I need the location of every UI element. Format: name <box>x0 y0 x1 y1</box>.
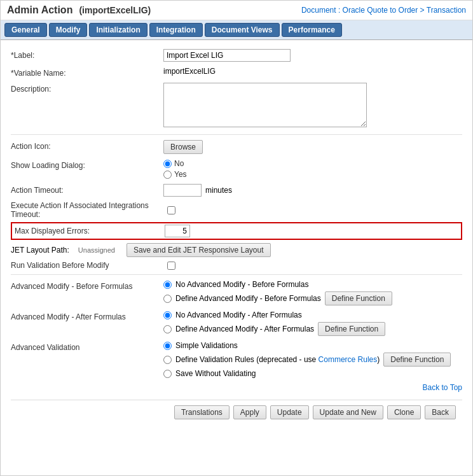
max-errors-input[interactable] <box>165 225 190 237</box>
adv-after-define-row: Define Advanced Modify - After Formulas … <box>163 322 462 336</box>
adv-modify-after-row: Advanced Modify - After Formulas No Adva… <box>11 308 462 339</box>
minutes-label: minutes <box>205 186 232 195</box>
adv-before-define-label: Define Advanced Modify - Before Formulas <box>175 294 321 303</box>
adv-before-define-button[interactable]: Define Function <box>325 291 392 305</box>
form-content: *Label: *Variable Name: importExcelLIG D… <box>1 40 472 431</box>
timeout-input[interactable] <box>163 184 202 197</box>
clone-button[interactable]: Clone <box>387 405 421 419</box>
adv-before-define-row: Define Advanced Modify - Before Formulas… <box>163 291 462 305</box>
apply-button[interactable]: Apply <box>233 405 266 419</box>
label-field-value <box>163 49 462 62</box>
run-validation-checkbox[interactable] <box>167 262 175 270</box>
adv-after-define-radio[interactable] <box>163 325 172 333</box>
label-row: *Label: <box>11 46 462 64</box>
jet-layout-button[interactable]: Save and Edit JET Responsive Layout <box>127 243 271 257</box>
page-title: Admin Action <box>7 4 72 16</box>
action-icon-row: Action Icon: Browse <box>11 137 462 157</box>
loading-no-label: No <box>174 159 184 168</box>
action-icon-label: Action Icon: <box>11 140 163 151</box>
show-loading-row: Show Loading Dialog: No Yes <box>11 157 462 181</box>
tab-bar: General Modify Initialization Integratio… <box>1 20 472 40</box>
adv-validation-label: Advanced Validation <box>11 341 163 352</box>
execute-action-row: Execute Action If Associated Integration… <box>11 199 462 221</box>
run-validation-row: Run Validation Before Modify <box>11 259 462 272</box>
adv-modify-before-row: Advanced Modify - Before Formulas No Adv… <box>11 277 462 308</box>
execute-action-checkbox[interactable] <box>167 206 175 214</box>
back-to-top-link[interactable]: Back to Top <box>423 383 462 392</box>
adv-before-no-label: No Advanced Modify - Before Formulas <box>175 280 308 289</box>
adv-validation-row: Advanced Validation Simple Validations D… <box>11 339 462 381</box>
translations-button[interactable]: Translations <box>174 405 230 419</box>
action-timeout-label: Action Timeout: <box>11 184 163 195</box>
adv-val-save-radio[interactable] <box>163 370 172 378</box>
tab-general[interactable]: General <box>4 23 47 37</box>
show-loading-label: Show Loading Dialog: <box>11 159 163 170</box>
max-errors-label: Max Displayed Errors: <box>15 227 165 235</box>
run-validation-label: Run Validation Before Modify <box>11 261 163 270</box>
adv-before-no-radio[interactable] <box>163 281 172 289</box>
adv-val-simple-row: Simple Validations <box>163 341 462 350</box>
header: Admin Action (importExcelLIG) Document :… <box>1 1 472 20</box>
tab-modify[interactable]: Modify <box>49 23 88 37</box>
jet-layout-label: JET Layout Path: <box>11 246 69 255</box>
execute-action-label: Execute Action If Associated Integration… <box>11 201 163 219</box>
tab-document-views[interactable]: Document Views <box>205 23 280 37</box>
adv-after-define-button[interactable]: Define Function <box>318 322 385 336</box>
tab-integration[interactable]: Integration <box>149 23 203 37</box>
update-and-new-button[interactable]: Update and New <box>313 405 383 419</box>
variable-name-value: importExcelLIG <box>163 67 216 76</box>
loading-no-row: No <box>163 159 462 168</box>
commerce-rules-link[interactable]: Commerce Rules <box>319 355 378 364</box>
loading-yes-radio[interactable] <box>163 171 172 179</box>
adv-before-no-row: No Advanced Modify - Before Formulas <box>163 280 462 289</box>
description-textarea[interactable] <box>163 83 367 127</box>
action-subtitle: (importExcelLIG) <box>79 5 151 15</box>
adv-val-define-radio[interactable] <box>163 356 172 364</box>
adv-val-save-label: Save Without Validating <box>175 369 256 378</box>
back-button[interactable]: Back <box>425 405 456 419</box>
label-input[interactable] <box>163 49 291 62</box>
adv-before-define-radio[interactable] <box>163 295 172 303</box>
browse-button[interactable]: Browse <box>163 140 203 154</box>
action-timeout-row: Action Timeout: minutes <box>11 181 462 199</box>
adv-after-no-row: No Advanced Modify - After Formulas <box>163 311 462 319</box>
loading-yes-row: Yes <box>163 170 462 179</box>
loading-no-radio[interactable] <box>163 160 172 168</box>
adv-modify-before-label: Advanced Modify - Before Formulas <box>11 280 163 291</box>
adv-val-define-label: Define Validation Rules (deprecated - us… <box>175 355 380 364</box>
adv-after-no-label: No Advanced Modify - After Formulas <box>175 311 302 319</box>
max-errors-row: Max Displayed Errors: <box>11 222 462 240</box>
label-field-label: *Label: <box>11 49 163 60</box>
tab-performance[interactable]: Performance <box>282 23 342 37</box>
adv-modify-after-label: Advanced Modify - After Formulas <box>11 311 163 321</box>
adv-val-simple-label: Simple Validations <box>175 341 238 350</box>
adv-after-define-label: Define Advanced Modify - After Formulas <box>175 325 314 333</box>
adv-val-define-row: Define Validation Rules (deprecated - us… <box>163 353 462 367</box>
jet-layout-row: JET Layout Path: Unassigned Save and Edi… <box>11 241 462 259</box>
adv-val-simple-radio[interactable] <box>163 342 172 350</box>
adv-val-save-row: Save Without Validating <box>163 369 462 378</box>
variable-name-row: *Variable Name: importExcelLIG <box>11 64 462 80</box>
update-button[interactable]: Update <box>270 405 309 419</box>
back-to-top-section: Back to Top <box>11 381 462 395</box>
description-row: Description: <box>11 80 462 132</box>
document-link[interactable]: Document : Oracle Quote to Order > Trans… <box>301 6 466 15</box>
description-label: Description: <box>11 83 163 94</box>
tab-initialization[interactable]: Initialization <box>89 23 147 37</box>
adv-after-no-radio[interactable] <box>163 311 172 319</box>
footer-buttons: Translations Apply Update Update and New… <box>11 400 462 424</box>
page-wrapper: Admin Action (importExcelLIG) Document :… <box>0 0 473 476</box>
adv-val-define-button[interactable]: Define Function <box>383 353 451 367</box>
variable-name-label: *Variable Name: <box>11 67 163 78</box>
loading-yes-label: Yes <box>174 170 187 179</box>
jet-unassigned-text: Unassigned <box>78 246 115 254</box>
